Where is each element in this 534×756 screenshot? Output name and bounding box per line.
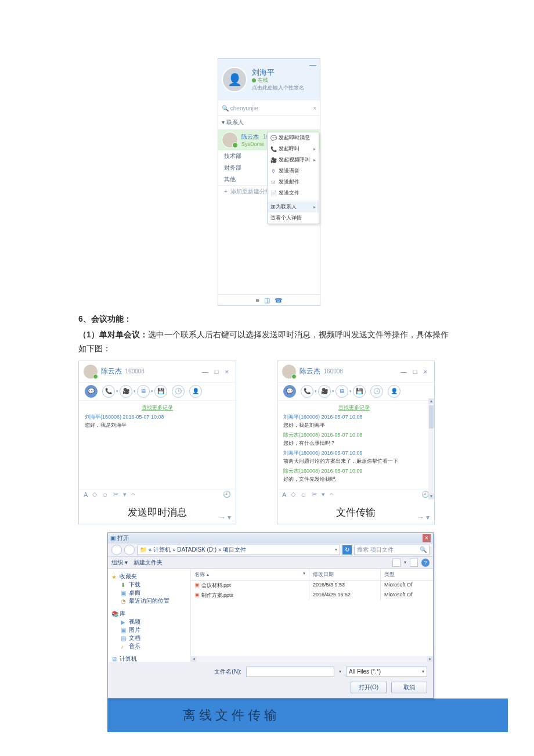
sidebar-item-desktop[interactable]: ▣桌面	[111, 589, 187, 597]
menu-view-detail[interactable]: 查看个人详情	[268, 213, 319, 224]
h-scrollbar[interactable]: ◂▸	[191, 656, 433, 662]
sidebar-item-video[interactable]: ▶视频	[111, 618, 187, 626]
attach-icon[interactable]: 𝄐	[131, 491, 135, 498]
scroll-down-icon[interactable]: ▾	[428, 494, 434, 499]
menu-email[interactable]: ✉发送邮件	[268, 177, 319, 188]
clear-icon[interactable]: ×	[313, 105, 316, 111]
sidebar-item-downloads[interactable]: ⬇下载	[111, 581, 187, 589]
font-icon[interactable]: A	[282, 491, 286, 498]
new-folder-button[interactable]: 新建文件夹	[134, 559, 163, 567]
msg-text: 您好，有什么事情吗？	[283, 440, 425, 447]
phone-icon[interactable]: 📞▾	[102, 385, 115, 398]
cancel-button[interactable]: 取消	[391, 682, 427, 693]
sidebar-item-documents[interactable]: ▤文档	[111, 634, 187, 642]
chat-icon[interactable]: 💬	[85, 385, 98, 398]
chat-messages: 查找更多记录 刘海平(160006) 2016-05-07 10:08您好，我是…	[277, 401, 434, 489]
file-row[interactable]: ▣ 会议材料.ppt 2016/5/3 9:53 Microsoft Of	[191, 581, 433, 591]
person-icon[interactable]: 👤	[189, 385, 202, 398]
refresh-icon[interactable]: ↻	[342, 545, 352, 555]
chevron-down-icon[interactable]: ▾	[404, 560, 406, 565]
filetype-select[interactable]: All Files (*.*)▾	[346, 667, 427, 677]
chevron-down-icon[interactable]: ▾	[322, 491, 325, 498]
path-text[interactable]: 📁 « 计算机 » DATADISK (D:) » 项目文件 ▾	[137, 545, 340, 555]
menu-instant-message[interactable]: 💬发起即时消息	[268, 132, 319, 143]
box-icon[interactable]: ◫	[264, 297, 270, 304]
chevron-down-icon[interactable]: ▾	[335, 545, 337, 555]
chat-header: 陈云杰 160008 — □ ×	[277, 361, 434, 383]
chevron-down-icon[interactable]: ▾	[123, 491, 127, 498]
send-arrow-icon[interactable]: → ▾	[219, 513, 231, 521]
msg-sender: 刘海平(160006) 2016-05-07 10:08	[283, 413, 425, 421]
crop-icon[interactable]: ✂	[312, 491, 317, 498]
eraser-icon[interactable]: ◇	[92, 491, 97, 498]
chat-avatar[interactable]	[282, 365, 296, 379]
offline-label: 离线文件传输	[183, 707, 280, 724]
font-icon[interactable]: A	[84, 491, 88, 498]
organize-menu[interactable]: 组织 ▾	[111, 559, 128, 567]
emoji-icon[interactable]: ☺	[102, 491, 108, 498]
crop-icon[interactable]: ✂	[113, 491, 118, 498]
open-button[interactable]: 打开(O)	[351, 682, 387, 693]
chat-name: 陈云杰	[101, 366, 122, 376]
video-icon[interactable]: 🎥▾	[318, 385, 331, 398]
video-icon[interactable]: 🎥▾	[120, 385, 132, 398]
clock-icon[interactable]: 🕒	[172, 385, 185, 398]
close-icon[interactable]: ×	[423, 534, 431, 542]
chevron-down-icon[interactable]: ▾	[339, 669, 341, 674]
menu-add-contact[interactable]: 加为联系人▸	[268, 201, 319, 213]
filename-input[interactable]	[246, 667, 334, 677]
save-icon[interactable]: 💾	[353, 385, 366, 398]
send-arrow-icon[interactable]: → ▾	[417, 513, 430, 521]
chat-avatar[interactable]	[84, 365, 98, 379]
eraser-icon[interactable]: ◇	[291, 491, 295, 498]
sidebar-item-music[interactable]: ♪音乐	[111, 642, 187, 650]
chat-icon: 💬	[270, 135, 276, 141]
save-icon[interactable]: 💾	[154, 385, 167, 398]
scroll-right-icon[interactable]: ▸	[427, 656, 433, 662]
clock-icon[interactable]: 🕒	[370, 385, 383, 398]
section-contacts[interactable]: ▾ 联系人	[218, 116, 320, 129]
avatar[interactable]: 👤	[222, 67, 247, 92]
col-date[interactable]: 修改日期	[309, 569, 381, 580]
search-field[interactable]: 🔍 chenyunjie ×	[218, 100, 320, 116]
sidebar-item-pictures[interactable]: ▣图片	[111, 626, 187, 634]
sidebar-computer[interactable]: 🖥计算机	[111, 655, 187, 662]
window-controls[interactable]: — □ ×	[202, 368, 231, 375]
minimize-icon[interactable]: —	[309, 61, 316, 69]
menu-icon[interactable]: ≡	[255, 297, 259, 304]
chevron-down-icon: ▾	[422, 667, 424, 676]
more-log-link[interactable]: 查找更多记录	[283, 404, 425, 412]
history-icon[interactable]: 🕘	[223, 491, 231, 498]
scroll-left-icon[interactable]: ◂	[191, 656, 197, 662]
emoji-icon[interactable]: ☺	[300, 491, 306, 498]
sidebar-library[interactable]: 📚库	[111, 610, 187, 618]
col-name[interactable]: 名称 ▴ ▾	[191, 569, 309, 580]
nav-forward-icon[interactable]	[124, 545, 135, 555]
menu-video-call[interactable]: 🎥发起视频呼叫▸	[268, 154, 319, 165]
person-icon[interactable]: 👤	[388, 385, 400, 398]
chevron-right-icon: ▸	[313, 204, 316, 210]
phone-icon[interactable]: 📞▾	[301, 385, 313, 398]
menu-call[interactable]: 📞发起呼叫▸	[268, 143, 319, 154]
help-icon[interactable]: ?	[421, 559, 430, 567]
search-input[interactable]: 搜索 项目文件 🔍	[354, 545, 430, 555]
signature-prompt[interactable]: 点击此处输入个性签名	[252, 84, 304, 92]
chat-icon[interactable]: 💬	[283, 385, 296, 398]
sidebar-item-recent[interactable]: ◔最近访问的位置	[111, 597, 187, 605]
menu-voicemail[interactable]: 🎙发送语音	[268, 165, 319, 177]
menu-send-file[interactable]: 📄发送文件	[268, 188, 319, 199]
status[interactable]: 在线	[252, 77, 304, 84]
preview-icon[interactable]	[410, 559, 418, 567]
phone-footer-icon[interactable]: ☎	[275, 297, 283, 304]
share-icon[interactable]: 🖥▾	[137, 385, 150, 398]
attach-icon[interactable]: 𝄐	[330, 491, 333, 498]
col-type[interactable]: 类型	[381, 569, 433, 580]
window-controls[interactable]: — □ ×	[400, 368, 430, 375]
file-row[interactable]: ▣ 制作方案.pptx 2016/4/25 16:52 Microsoft Of	[191, 591, 433, 600]
chevron-down-icon[interactable]: ▾	[303, 571, 305, 576]
more-log-link[interactable]: 查找更多记录	[85, 404, 230, 412]
sidebar-favorites[interactable]: ★收藏夹	[111, 573, 187, 581]
view-icon[interactable]	[392, 559, 400, 567]
share-icon[interactable]: 🖥▾	[335, 385, 348, 398]
nav-back-icon[interactable]	[111, 545, 122, 555]
